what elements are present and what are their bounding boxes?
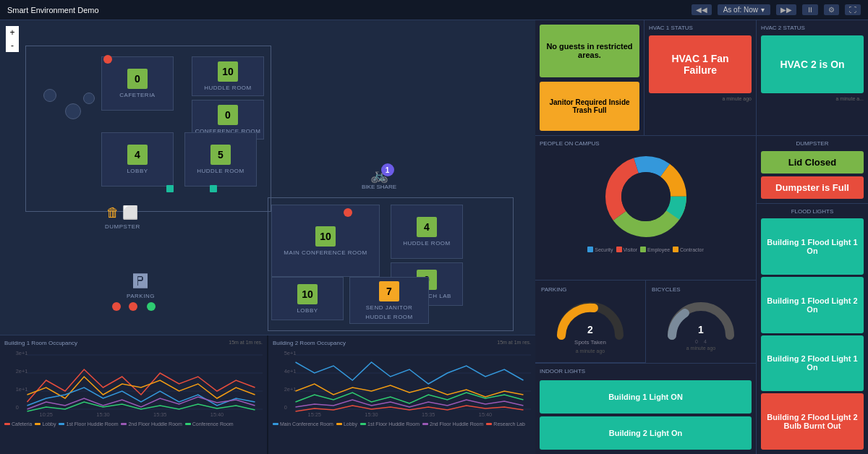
main-conference-label: MAIN CONFERENCE ROOM — [284, 249, 367, 256]
chart1-inner: 3e+1 2e+1 1e+1 0 — [4, 348, 263, 420]
dumpster-icon2: ⬜ — [122, 205, 138, 220]
person-dot-1 — [43, 89, 56, 102]
huddle1-label: HUDDLE ROOM — [204, 85, 252, 91]
bicycles-scale: 0 4 — [695, 339, 707, 344]
parking-spots-label: Spots Taken — [574, 339, 606, 346]
svg-text:15:30: 15:30 — [365, 412, 378, 418]
legend-lobby: Lobby — [35, 421, 56, 427]
svg-text:3e+1: 3e+1 — [16, 351, 28, 356]
parking-title: Parking — [541, 286, 639, 293]
lobby2-label: LOBBY — [297, 307, 318, 314]
hvac2-section: HVAC 2 Status HVAC 2 is On a minute a... — [757, 20, 868, 136]
rewind-button[interactable]: ◀◀ — [692, 4, 712, 15]
cafeteria-label: CAFETERIA — [119, 92, 155, 98]
chart2-legend: Main Conference Room Lobby 1st Floor Hud… — [273, 421, 531, 427]
cafeteria-count: 0 — [127, 69, 148, 89]
hvac1-time: a minute ago — [649, 96, 752, 101]
room-huddle4: 7 Send Janitor HUDDLE ROOM — [349, 277, 429, 324]
huddle4-label: Send Janitor — [366, 304, 413, 311]
chart2-title: Building 2 Room Occupancy — [273, 340, 531, 346]
people-section: People on Campus — [535, 136, 756, 280]
chart1-res: 15m at 1m res. — [229, 340, 263, 345]
bicycles-time: a minute ago — [686, 346, 715, 351]
svg-text:0: 0 — [284, 405, 287, 411]
people-title: People on Campus — [540, 140, 752, 147]
svg-point-29 — [621, 172, 671, 221]
chart2-svg: 5e+1 4e+1 2e+1 0 — [273, 348, 531, 416]
parking-dot-green — [147, 302, 156, 311]
charts-area: Building 1 Room Occupancy 15m at 1m res.… — [0, 335, 535, 454]
svg-text:1: 1 — [698, 324, 704, 335]
legend-contractor-label: Contractor — [680, 247, 704, 252]
bike-share: 🚲 1 BIKE SHARE — [362, 166, 396, 190]
legend2-2nd-huddle-label: 2nd Floor Huddle Room — [430, 421, 483, 427]
legend-2nd-huddle-dot — [121, 423, 127, 425]
room-cafeteria: 0 CAFETERIA — [101, 56, 174, 111]
legend2-lobby: Lobby — [336, 421, 357, 427]
bicycles-title: Bicycles — [652, 286, 750, 293]
bike-share-label: BIKE SHARE — [362, 184, 396, 190]
fullscreen-button[interactable]: ⛶ — [845, 4, 861, 15]
sensor-dot-1 — [166, 185, 174, 192]
legend-2nd-huddle: 2nd Floor Huddle Room — [121, 421, 182, 427]
legend2-1st-huddle-label: 1st Floor Huddle Room — [367, 421, 420, 427]
indoor-lights-title: INDOOR LIGHTS — [540, 368, 752, 374]
cafeteria-alert-dot — [103, 55, 112, 64]
settings-button[interactable]: ⚙ — [824, 4, 839, 15]
huddle2-count: 5 — [210, 145, 231, 165]
flood-card-0: Building 1 Flood Light 1 On — [761, 218, 864, 275]
legend-employee-label: Employee — [647, 247, 670, 252]
main-layout: + - 0 CAFETERIA 10 HUDDLE ROOM 0 CONFERE… — [0, 20, 868, 454]
zoom-in-button[interactable]: + — [6, 26, 19, 39]
legend2-2nd-huddle-dot — [422, 423, 428, 425]
zoom-out-button[interactable]: - — [6, 39, 19, 52]
room-huddle3: 4 HUDDLE ROOM — [391, 205, 463, 259]
legend-conference-label: Conference Room — [192, 421, 234, 427]
legend-cafeteria: Cafeteria — [4, 421, 32, 427]
room-huddle2: 5 HUDDLE ROOM — [184, 132, 257, 187]
chart2-panel: Building 2 Room Occupancy 15m at 1m res.… — [268, 335, 535, 454]
legend2-main-conf-dot — [273, 423, 278, 425]
svg-text:15:40: 15:40 — [479, 412, 492, 418]
pause-button[interactable]: ⏸ — [802, 4, 818, 15]
bike-count: 1 — [381, 163, 394, 176]
chart2-inner: 5e+1 4e+1 2e+1 0 — [273, 348, 531, 420]
donut-wrapper: Security Visitor Employee Contracto — [540, 150, 752, 252]
hvac1-value: HVAC 1 Fan Failure — [649, 35, 752, 93]
legend-lobby-label: Lobby — [42, 421, 56, 427]
svg-text:15:35: 15:35 — [153, 412, 166, 418]
topbar-right: ◀◀ As of: Now ▾ ▶▶ ⏸ ⚙ ⛶ — [692, 4, 861, 15]
svg-text:15:40: 15:40 — [210, 412, 224, 418]
flood-card-1: Building 1 Flood Light 2 On — [761, 277, 864, 333]
legend2-research-lab-dot — [486, 423, 492, 425]
legend-lobby-dot — [35, 423, 41, 425]
dumpster-icon: 🗑 — [106, 205, 119, 220]
svg-text:15:30: 15:30 — [96, 412, 109, 418]
room-main-conference: 10 MAIN CONFERENCE ROOM — [271, 205, 380, 277]
parking-section: Parking 2 Spots Taken a minute ago — [535, 280, 645, 363]
bicycles-gauge: 1 0 4 a minute ago — [652, 296, 750, 351]
lobby1-count: 4 — [127, 145, 148, 165]
legend2-main-conf: Main Conference Room — [273, 421, 333, 427]
chart1-legend: Cafeteria Lobby 1st Floor Huddle Room 2n… — [4, 421, 263, 427]
parking-dot-red1 — [112, 302, 121, 311]
parking-gauge: 2 Spots Taken a minute ago — [541, 296, 639, 354]
room-lobby1: 4 LOBBY — [101, 132, 174, 187]
light-card-building2: Building 2 Light On — [540, 416, 752, 450]
svg-text:2: 2 — [587, 324, 593, 335]
legend-cafeteria-label: Cafeteria — [12, 421, 32, 427]
parking-label: PARKING — [127, 293, 155, 299]
right-sidebar: HVAC 2 Status HVAC 2 is On a minute a...… — [756, 20, 868, 454]
svg-text:5e+1: 5e+1 — [284, 351, 297, 356]
dumpster-section-title: DUMPSTER — [761, 140, 864, 147]
bicycles-section: Bicycles 1 0 4 a minute — [645, 280, 756, 363]
legend2-research-lab: Research Lab — [486, 421, 525, 427]
next-button[interactable]: ▶▶ — [776, 4, 796, 15]
huddle1-count: 10 — [218, 61, 238, 82]
legend-visitor-label: Visitor — [624, 247, 637, 252]
dropdown-arrow-icon: ▾ — [761, 6, 765, 14]
donut-legend: Security Visitor Employee Contracto — [587, 247, 703, 252]
flood-card-3: Building 2 Flood Light 2 Bulb Burnt Out — [761, 393, 864, 450]
topbar: Smart Environment Demo ◀◀ As of: Now ▾ ▶… — [0, 0, 868, 20]
building2-alert-dot — [344, 208, 352, 217]
